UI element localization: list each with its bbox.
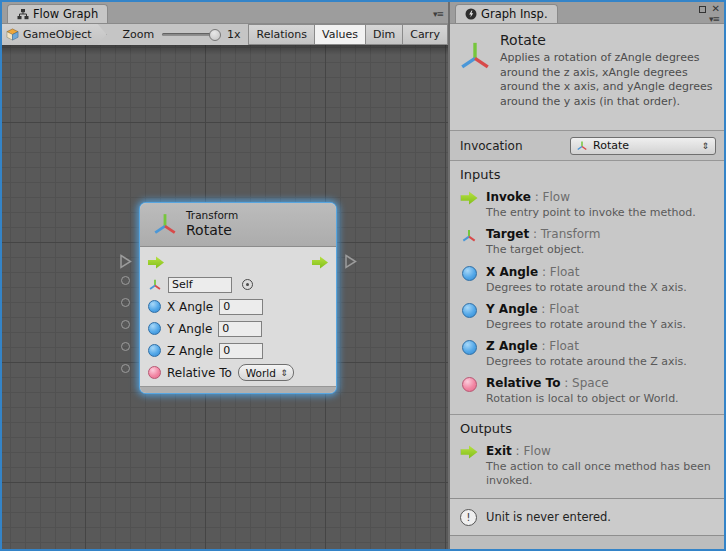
x-angle-label: X Angle <box>167 300 213 314</box>
target-self-field[interactable] <box>168 277 232 293</box>
flow-graph-toolbar: GameObject Zoom 1x Relations Values Dim … <box>2 24 448 45</box>
relative-to-value: World <box>246 367 276 379</box>
port-doc-target: TargetTransform The target object. <box>460 227 716 257</box>
invoke-port-outside[interactable] <box>119 254 132 269</box>
x-angle-port-icon[interactable] <box>148 300 161 313</box>
transform-axes-icon <box>576 140 588 152</box>
maximize-icon[interactable] <box>699 6 706 13</box>
breadcrumb-label: GameObject <box>23 28 92 41</box>
window-controls: ✕ <box>699 4 720 14</box>
x-angle-field[interactable] <box>219 299 263 315</box>
invocation-dropdown[interactable]: Rotate ⇕ <box>570 137 716 155</box>
rotate-node-footer <box>140 386 336 393</box>
outputs-section: Outputs ExitFlow The action to call once… <box>450 414 724 498</box>
invocation-value: Rotate <box>593 139 629 152</box>
dropdown-arrows-icon: ⇕ <box>280 368 288 378</box>
target-port-icon[interactable] <box>148 278 162 292</box>
tab-flow-graph[interactable]: Flow Graph <box>7 4 108 23</box>
y-angle-field[interactable] <box>218 321 262 337</box>
transform-axes-icon <box>460 227 478 257</box>
float-port-icon <box>460 339 478 369</box>
port-doc-z-angle: Z AngleFloat Degrees to rotate around th… <box>460 339 716 369</box>
carry-button[interactable]: Carry <box>402 24 448 45</box>
float-port-icon <box>460 302 478 332</box>
dropdown-arrows-icon: ⇕ <box>701 141 709 151</box>
invocation-label: Invocation <box>460 139 523 153</box>
values-button[interactable]: Values <box>314 24 365 45</box>
unit-title: Rotate <box>500 32 716 48</box>
port-doc-invoke: InvokeFlow The entry point to invoke the… <box>460 190 716 220</box>
dim-button[interactable]: Dim <box>365 24 402 45</box>
port-doc-x-angle: X AngleFloat Degrees to rotate around th… <box>460 265 716 295</box>
graph-canvas[interactable]: Transform Rotate <box>2 45 448 549</box>
relative-to-port-outside[interactable] <box>121 364 130 373</box>
z-angle-field[interactable] <box>219 343 263 359</box>
flow-graph-panel: Flow Graph ▾≡ GameObject Zoom 1 <box>2 2 448 549</box>
exit-port-icon[interactable] <box>312 256 328 269</box>
graph-inspector-panel: Graph Insp. ✕ ▾≡ Rotate Applies a rotati… <box>450 2 724 549</box>
port-doc-exit: ExitFlow The action to call once method … <box>460 444 716 489</box>
inspector-pane-menu-icon[interactable]: ▾≡ <box>709 15 719 24</box>
flow-graph-tabbar: Flow Graph ▾≡ <box>2 2 448 24</box>
relative-to-label: Relative To <box>167 366 232 380</box>
zoom-label: Zoom <box>123 28 155 41</box>
z-angle-port-icon[interactable] <box>148 344 161 357</box>
rotate-node[interactable]: Transform Rotate <box>140 203 336 393</box>
space-port-icon <box>460 376 478 406</box>
flow-graph-icon <box>17 9 29 20</box>
zoom-slider[interactable] <box>162 28 219 42</box>
rotate-node-wrap: Transform Rotate <box>140 203 336 393</box>
x-angle-port-outside[interactable] <box>121 298 130 307</box>
exit-port-outside[interactable] <box>344 254 357 269</box>
tab-graph-inspector-label: Graph Insp. <box>481 7 548 21</box>
flow-arrow-icon <box>460 444 478 489</box>
y-angle-port-outside[interactable] <box>121 320 130 329</box>
flow-arrow-icon <box>460 190 478 220</box>
outputs-header: Outputs <box>460 421 716 436</box>
invocation-row: Invocation Rotate ⇕ <box>450 131 724 161</box>
close-icon[interactable]: ✕ <box>712 4 720 14</box>
y-angle-port-icon[interactable] <box>148 322 161 335</box>
object-picker-icon[interactable] <box>242 279 253 290</box>
rotate-node-header[interactable]: Transform Rotate <box>140 203 336 247</box>
transform-axes-icon <box>458 32 492 130</box>
relative-to-port-icon[interactable] <box>148 366 161 379</box>
bottom-filler <box>450 536 724 549</box>
transform-axes-icon <box>152 212 178 238</box>
zoom-slider-knob[interactable] <box>209 29 221 41</box>
inputs-section: Inputs InvokeFlow The entry point to inv… <box>450 161 724 414</box>
toolbar-button-group: Relations Values Dim Carry <box>248 24 448 45</box>
unity-window: Flow Graph ▾≡ GameObject Zoom 1 <box>0 0 726 551</box>
tab-flow-graph-label: Flow Graph <box>33 7 98 21</box>
rotate-node-body: X Angle Y Angle Z Angle <box>140 247 336 386</box>
unit-description-section: Rotate Applies a rotation of zAngle degr… <box>450 24 724 131</box>
warning-row: ! Unit is never entered. <box>450 498 724 536</box>
tab-graph-inspector[interactable]: Graph Insp. <box>455 4 558 23</box>
inspector-tabbar: Graph Insp. ✕ ▾≡ <box>450 2 724 24</box>
graph-inspector-icon <box>465 8 477 20</box>
breadcrumb-gameobject[interactable]: GameObject <box>2 24 107 45</box>
pane-menu-icon[interactable]: ▾≡ <box>433 10 443 19</box>
invoke-port-icon[interactable] <box>148 256 164 269</box>
gameobject-cube-icon <box>6 28 19 41</box>
zoom-value: 1x <box>227 28 241 41</box>
node-title: Rotate <box>186 222 238 240</box>
float-port-icon <box>460 265 478 295</box>
port-doc-y-angle: Y AngleFloat Degrees to rotate around th… <box>460 302 716 332</box>
port-doc-relative-to: Relative ToSpace Rotation is local to ob… <box>460 376 716 406</box>
relative-to-dropdown[interactable]: World ⇕ <box>238 364 294 381</box>
warning-icon: ! <box>460 509 477 526</box>
target-port-outside[interactable] <box>121 276 130 285</box>
z-angle-port-outside[interactable] <box>121 342 130 351</box>
relations-button[interactable]: Relations <box>248 24 314 45</box>
node-category: Transform <box>186 209 238 222</box>
y-angle-label: Y Angle <box>167 322 212 336</box>
warning-text: Unit is never entered. <box>486 510 611 524</box>
unit-description: Applies a rotation of zAngle degrees aro… <box>500 51 716 109</box>
inputs-header: Inputs <box>460 167 716 182</box>
z-angle-label: Z Angle <box>167 344 213 358</box>
